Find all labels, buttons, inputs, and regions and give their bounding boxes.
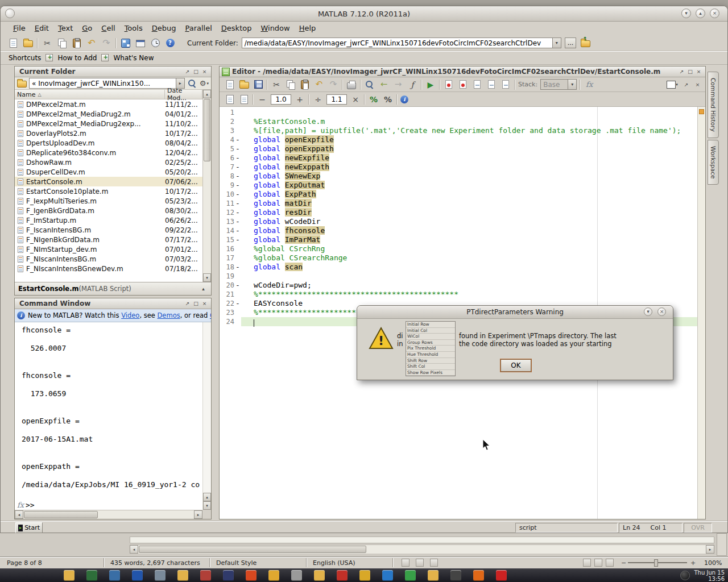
close-button[interactable]: × — [710, 9, 719, 18]
menu-item[interactable]: Parallel — [180, 22, 216, 35]
taskbar-app-icon[interactable] — [109, 570, 120, 581]
paste-button[interactable] — [71, 38, 82, 49]
taskbar-app-icon[interactable] — [359, 570, 370, 581]
menu-item[interactable]: File — [9, 22, 30, 35]
simulink-button[interactable] — [120, 38, 131, 49]
menu-item[interactable]: Cell — [97, 22, 119, 35]
taskbar-app-icon[interactable] — [86, 570, 97, 581]
taskbar-app-icon[interactable] — [177, 570, 188, 581]
taskbar-app-icon[interactable] — [200, 570, 211, 581]
go-back-button[interactable]: ← — [378, 79, 390, 90]
file-row[interactable]: DMPexcel2mat_MediaDrug2exp... 11/10/2... — [15, 119, 202, 128]
print-button[interactable] — [346, 79, 357, 90]
zoom-out-icon[interactable]: − — [621, 559, 626, 567]
taskbar-app-icon[interactable] — [291, 570, 302, 581]
close-editor-icon[interactable]: × — [693, 81, 702, 89]
undock-icon[interactable]: ↗ — [183, 300, 192, 307]
ok-button[interactable]: OK — [500, 359, 531, 372]
stack-combo[interactable]: Base ▾ — [540, 79, 577, 90]
step-out-button[interactable] — [500, 79, 511, 90]
scroll-right-icon[interactable]: ▸ — [194, 510, 202, 519]
scroll-left-icon[interactable]: ◂ — [15, 510, 23, 519]
paragraph-style[interactable]: Default Style — [216, 559, 257, 567]
go-forward-button[interactable]: → — [392, 79, 404, 90]
step-button[interactable] — [471, 79, 483, 90]
zoom-level[interactable]: 100% — [704, 559, 722, 567]
file-row[interactable]: DMPexcel2mat.m 11/11/2... — [15, 99, 202, 109]
scrollbar-thumb[interactable] — [139, 546, 366, 553]
menu-item[interactable]: Edit — [30, 22, 53, 35]
copy-button[interactable] — [56, 38, 68, 49]
multi-page-view-icon[interactable] — [594, 559, 602, 567]
undo-button[interactable]: ↶ — [313, 79, 325, 90]
writer-hscrollbar[interactable]: ◂ ▸ — [130, 544, 714, 554]
uncomment-button[interactable]: % — [382, 94, 394, 105]
warning-marker-icon[interactable] — [699, 109, 704, 114]
dialog-minimize-button[interactable]: ▾ — [644, 307, 652, 316]
command-window-hscrollbar[interactable]: ◂ ▸ — [15, 510, 202, 519]
new-script-button[interactable] — [224, 79, 235, 90]
set-clear-breakpoint-button[interactable] — [443, 79, 454, 90]
taskbar-app-icon[interactable] — [64, 570, 75, 581]
command-output[interactable]: fhconsole = 526.0007fhconsole = 173.0659… — [22, 326, 202, 496]
file-row[interactable]: DsuperCellDev.m 05/20/2... — [15, 167, 202, 177]
step-in-button[interactable] — [486, 79, 497, 90]
maximize-panel-icon[interactable]: □ — [192, 68, 200, 76]
file-row[interactable]: F_IscanIntensBG.m 09/22/2... — [15, 225, 202, 235]
menu-item[interactable]: Window — [256, 22, 294, 35]
current-folder-dropdown-icon[interactable]: ▾ — [552, 38, 561, 48]
file-row[interactable]: DMPexcel2mat_MediaDrug2.m 04/01/2... — [15, 109, 202, 119]
file-row[interactable]: DpertsUploadDev.m 08/04/2... — [15, 138, 202, 148]
parameter-list-item[interactable]: Group Rows — [406, 340, 455, 346]
file-list-scrollbar[interactable]: ▴ ▾ — [202, 90, 211, 282]
command-window-vscrollbar[interactable]: ▴ ▾ — [202, 322, 211, 510]
cut-button[interactable]: ✂ — [42, 38, 53, 49]
column-date-modified[interactable]: Date Mod... — [165, 90, 202, 99]
minimize-button[interactable]: ▾ — [681, 9, 691, 18]
paste-button[interactable] — [299, 79, 311, 90]
open-button[interactable] — [238, 79, 250, 90]
factor-value-field[interactable]: 1.1 — [326, 94, 347, 105]
menu-item[interactable]: Tools — [120, 22, 147, 35]
dialog-titlebar[interactable]: PTdirectParameters Warning ▾ × — [357, 306, 673, 319]
up-folder-button[interactable]: ↑ — [580, 38, 591, 49]
undo-button[interactable]: ↶ — [86, 38, 97, 49]
parameter-list-item[interactable]: Hue Threshold — [406, 352, 455, 358]
save-button[interactable] — [253, 79, 264, 90]
divide-value-button[interactable]: ÷ — [312, 94, 324, 105]
parameter-list[interactable]: Initial RowInitial ColWiColGroup RowsPix… — [406, 321, 456, 376]
copy-button[interactable] — [285, 79, 296, 90]
help-button[interactable]: ? — [164, 38, 176, 49]
menu-item[interactable]: Go — [77, 22, 97, 35]
how-to-add-link[interactable]: How to Add — [57, 54, 97, 62]
document-language[interactable]: English (USA) — [313, 559, 355, 567]
undock-icon[interactable]: ↗ — [677, 68, 686, 76]
file-row[interactable]: F_NImStartup_dev.m 07/01/2... — [15, 244, 202, 254]
increment-value-button[interactable]: + — [294, 94, 305, 105]
run-button[interactable]: ▶ — [425, 79, 436, 90]
insert-mode-icon[interactable] — [402, 559, 410, 567]
scroll-down-icon[interactable]: ▾ — [203, 501, 211, 510]
parameter-list-item[interactable]: WiCol — [406, 334, 455, 340]
evaluate-cell-button[interactable] — [238, 94, 250, 105]
book-view-icon[interactable] — [606, 559, 614, 567]
current-folder-input[interactable]: /media/data/EASY/InovImager_jwrCF_WINLin… — [242, 38, 561, 48]
parameter-list-item[interactable]: Pix Threshold — [406, 346, 455, 352]
maximize-panel-icon[interactable]: □ — [686, 68, 694, 76]
column-name[interactable]: Name △ — [15, 90, 165, 99]
file-row[interactable]: EstartConsole.m 07/06/2... — [15, 177, 202, 186]
taskbar-app-icon[interactable] — [155, 570, 166, 581]
split-view-button[interactable]: ▾ — [665, 79, 679, 90]
undock-editor-icon[interactable]: ↗ — [682, 81, 690, 89]
taskbar-app-icon[interactable] — [246, 570, 257, 581]
file-row[interactable]: F_NIscanIntensBGnewDev.m 07/18/2... — [15, 264, 202, 273]
scroll-down-icon[interactable]: ▾ — [203, 273, 211, 282]
scroll-left-icon[interactable]: ◂ — [130, 545, 138, 554]
taskbar-app-icon[interactable] — [337, 570, 348, 581]
taskbar-app-icon[interactable] — [268, 570, 279, 581]
function-indicator-icon[interactable]: ƒ — [407, 79, 418, 90]
menu-item[interactable]: Debug — [147, 22, 181, 35]
demos-link[interactable]: Demos — [158, 311, 180, 319]
zoom-in-icon[interactable]: + — [690, 559, 696, 567]
file-row[interactable]: F_IgenBkGrdData.m 08/30/2... — [15, 206, 202, 215]
